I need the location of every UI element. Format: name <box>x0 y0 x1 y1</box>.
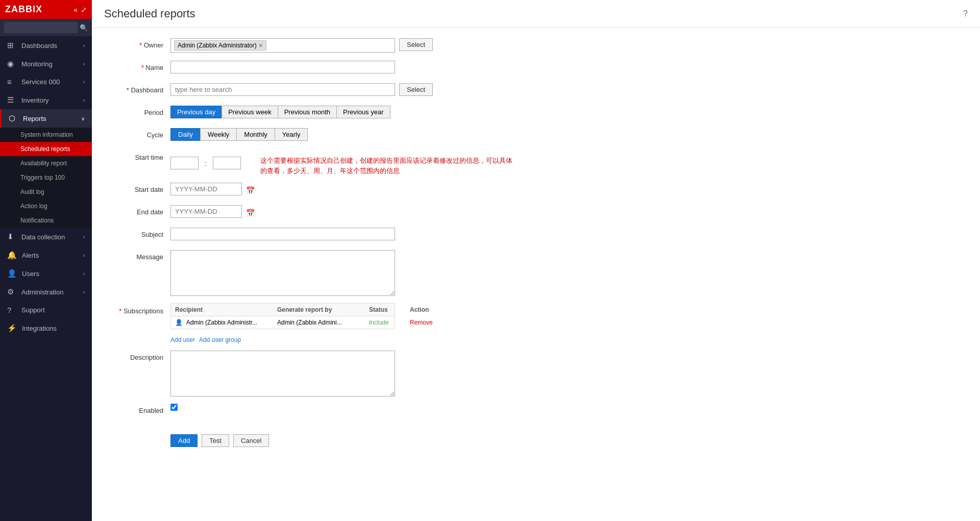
sidebar-item-label: Data collection <box>21 233 65 241</box>
sidebar-item-label: Reports <box>23 115 46 122</box>
chevron-icon: › <box>83 253 85 258</box>
main-area: Scheduled reports ? Owner Admin (Zabbix … <box>92 0 980 521</box>
subs-col-action: Action <box>410 306 451 313</box>
sidebar-item-audit-log[interactable]: Audit log <box>0 185 92 199</box>
data-collection-icon: ⬇ <box>7 232 16 241</box>
start-time-row: Start time 00 : 00 这个需要根据实际情况自己创建，创建的报告里… <box>104 151 666 176</box>
collapse-icon[interactable]: « <box>74 6 78 14</box>
sidebar-item-label: Integrations <box>22 325 57 332</box>
start-time-minutes[interactable]: 00 <box>213 157 241 169</box>
sidebar-item-availability-report[interactable]: Availability report <box>0 156 92 170</box>
start-date-input[interactable] <box>170 183 242 195</box>
sidebar-item-system-information[interactable]: System information <box>0 128 92 142</box>
add-user-group-link[interactable]: Add user group <box>199 336 241 343</box>
subs-remove-button[interactable]: Remove <box>410 319 451 326</box>
period-previous-week[interactable]: Previous week <box>222 106 278 118</box>
dashboard-select-button[interactable]: Select <box>399 83 433 96</box>
period-previous-year[interactable]: Previous year <box>336 106 390 118</box>
subscriptions-label: Subscriptions <box>104 303 170 315</box>
chevron-down-icon: ∨ <box>81 116 85 121</box>
name-input[interactable] <box>170 61 395 73</box>
start-time-hours[interactable]: 00 <box>170 157 199 169</box>
page-content: Owner Admin (Zabbix Administrator) × Sel… <box>92 28 980 521</box>
support-icon: ? <box>7 306 16 314</box>
chevron-icon: › <box>83 271 85 277</box>
subs-generate: Admin (Zabbix Admini... <box>277 319 369 326</box>
sidebar-controls: « ⤢ <box>74 6 87 14</box>
cycle-monthly[interactable]: Monthly <box>236 128 275 141</box>
sidebar-item-data-collection[interactable]: ⬇ Data collection › <box>0 228 92 246</box>
search-icon[interactable]: 🔍 <box>80 24 88 32</box>
description-label: Description <box>104 351 170 361</box>
owner-tag-input[interactable]: Admin (Zabbix Administrator) × <box>170 38 395 53</box>
cycle-yearly[interactable]: Yearly <box>275 128 308 141</box>
sidebar-item-services[interactable]: ≡ Services 000 › <box>0 73 92 91</box>
dashboard-label: Dashboard <box>104 83 170 94</box>
sidebar-item-label: Inventory <box>21 96 48 104</box>
name-row: Name <box>104 61 666 76</box>
chevron-icon: › <box>83 79 85 85</box>
form-container: Owner Admin (Zabbix Administrator) × Sel… <box>104 38 666 447</box>
subs-status-include[interactable]: Include <box>369 319 410 326</box>
sidebar-item-label: Administration <box>21 288 63 296</box>
sidebar-item-label: Services 000 <box>21 78 60 86</box>
add-button[interactable]: Add <box>170 434 198 447</box>
description-textarea[interactable] <box>170 351 395 396</box>
start-date-field: 📅 <box>170 183 666 195</box>
sidebar-item-support[interactable]: ? Support <box>0 301 92 319</box>
sidebar-item-inventory[interactable]: ☰ Inventory › <box>0 91 92 109</box>
subscriptions-header: Recipient Generate report by Status Acti… <box>171 304 395 316</box>
period-row: Period Previous day Previous week Previo… <box>104 106 666 121</box>
sidebar-item-label: Monitoring <box>21 60 53 68</box>
message-textarea[interactable] <box>170 250 395 296</box>
chevron-icon: › <box>83 234 85 240</box>
subs-col-recipient: Recipient <box>175 306 277 313</box>
sidebar-item-scheduled-reports[interactable]: Scheduled reports <box>0 142 92 156</box>
end-date-input[interactable] <box>170 205 242 218</box>
subscriptions-table: Recipient Generate report by Status Acti… <box>170 303 395 329</box>
cancel-button[interactable]: Cancel <box>233 434 269 447</box>
sidebar-item-notifications[interactable]: Notifications <box>0 213 92 228</box>
sidebar-item-alerts[interactable]: 🔔 Alerts › <box>0 246 92 264</box>
nav-group: ⊞ Dashboards › ◉ Monitoring › ≡ Services… <box>0 36 92 337</box>
add-user-link[interactable]: Add user <box>170 336 195 343</box>
owner-tag-remove[interactable]: × <box>259 41 263 49</box>
sidebar-item-reports[interactable]: ⬡ Reports ∨ <box>0 109 92 128</box>
enabled-field <box>170 404 666 411</box>
search-input[interactable] <box>4 22 78 33</box>
period-previous-month[interactable]: Previous month <box>278 106 336 118</box>
help-icon[interactable]: ? <box>963 9 968 18</box>
cycle-daily[interactable]: Daily <box>170 128 200 141</box>
subject-input[interactable] <box>170 228 395 240</box>
sidebar-item-action-log[interactable]: Action log <box>0 199 92 213</box>
alerts-icon: 🔔 <box>7 251 17 260</box>
owner-select-button[interactable]: Select <box>399 38 433 51</box>
period-previous-day[interactable]: Previous day <box>170 106 222 118</box>
cycle-weekly[interactable]: Weekly <box>200 128 236 141</box>
expand-icon[interactable]: ⤢ <box>81 6 87 14</box>
enabled-row: Enabled <box>104 404 666 419</box>
integrations-icon: ⚡ <box>7 324 17 333</box>
dashboard-input[interactable] <box>170 83 395 96</box>
sidebar-item-dashboards[interactable]: ⊞ Dashboards › <box>0 36 92 55</box>
sidebar-item-integrations[interactable]: ⚡ Integrations <box>0 319 92 337</box>
sidebar-item-label: Dashboards <box>21 42 57 49</box>
enabled-checkbox[interactable] <box>170 404 178 411</box>
sidebar-item-users[interactable]: 👤 Users › <box>0 264 92 283</box>
subject-row: Subject <box>104 228 666 243</box>
start-time-label: Start time <box>104 151 170 161</box>
enabled-label: Enabled <box>104 404 170 414</box>
end-date-calendar-icon[interactable]: 📅 <box>246 209 255 217</box>
start-date-row: Start date 📅 <box>104 183 666 198</box>
add-links: Add user Add user group <box>170 336 241 343</box>
sidebar-item-triggers-top-100[interactable]: Triggers top 100 <box>0 170 92 185</box>
test-button[interactable]: Test <box>202 434 229 447</box>
start-date-calendar-icon[interactable]: 📅 <box>246 186 255 194</box>
owner-row: Owner Admin (Zabbix Administrator) × Sel… <box>104 38 666 54</box>
services-icon: ≡ <box>7 78 16 86</box>
chevron-icon: › <box>83 97 85 103</box>
subs-col-status: Status <box>369 306 410 313</box>
sidebar-item-monitoring[interactable]: ◉ Monitoring › <box>0 55 92 73</box>
end-date-row: End date 📅 <box>104 205 666 220</box>
sidebar-item-administration[interactable]: ⚙ Administration › <box>0 283 92 301</box>
